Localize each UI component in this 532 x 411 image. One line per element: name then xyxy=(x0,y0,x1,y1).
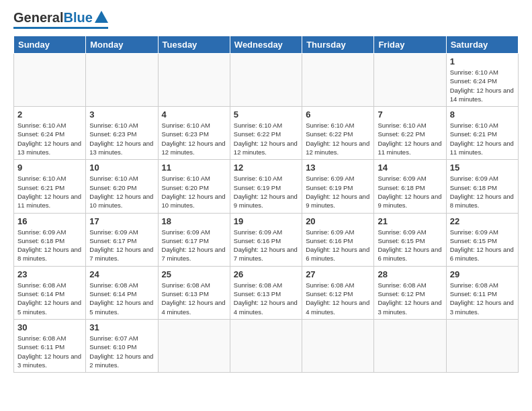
day-number: 7 xyxy=(378,109,442,120)
day-info: Sunrise: 6:07 AM Sunset: 6:10 PM Dayligh… xyxy=(89,334,154,369)
calendar-cell: 2Sunrise: 6:10 AM Sunset: 6:24 PM Daylig… xyxy=(14,107,86,160)
calendar-cell: 29Sunrise: 6:08 AM Sunset: 6:11 PM Dayli… xyxy=(446,266,518,319)
day-info: Sunrise: 6:08 AM Sunset: 6:14 PM Dayligh… xyxy=(17,281,82,316)
week-row-2: 9Sunrise: 6:10 AM Sunset: 6:21 PM Daylig… xyxy=(14,160,519,213)
day-number: 14 xyxy=(378,163,442,173)
calendar-cell: 17Sunrise: 6:09 AM Sunset: 6:17 PM Dayli… xyxy=(86,213,158,266)
day-number: 25 xyxy=(162,269,226,279)
weekday-header-thursday: Thursday xyxy=(302,36,374,54)
day-info: Sunrise: 6:08 AM Sunset: 6:12 PM Dayligh… xyxy=(306,281,370,316)
calendar-cell: 5Sunrise: 6:10 AM Sunset: 6:22 PM Daylig… xyxy=(230,107,302,160)
header: General Blue xyxy=(13,10,519,29)
calendar-cell: 30Sunrise: 6:08 AM Sunset: 6:11 PM Dayli… xyxy=(14,319,86,372)
day-info: Sunrise: 6:08 AM Sunset: 6:13 PM Dayligh… xyxy=(234,281,298,316)
week-row-3: 16Sunrise: 6:09 AM Sunset: 6:18 PM Dayli… xyxy=(14,213,519,266)
calendar-cell: 3Sunrise: 6:10 AM Sunset: 6:23 PM Daylig… xyxy=(86,107,158,160)
calendar-cell: 1Sunrise: 6:10 AM Sunset: 6:24 PM Daylig… xyxy=(446,54,518,107)
weekday-header-saturday: Saturday xyxy=(446,36,518,54)
day-number: 19 xyxy=(234,216,298,226)
day-number: 3 xyxy=(89,109,154,120)
calendar-cell: 28Sunrise: 6:08 AM Sunset: 6:12 PM Dayli… xyxy=(374,266,446,319)
calendar-page: General Blue SundayMondayTuesdayWednesda… xyxy=(0,0,532,411)
calendar-cell xyxy=(158,54,230,107)
calendar-cell xyxy=(374,319,446,372)
day-number: 12 xyxy=(234,163,298,173)
day-number: 1 xyxy=(450,56,515,66)
day-info: Sunrise: 6:10 AM Sunset: 6:19 PM Dayligh… xyxy=(234,174,298,210)
weekday-header-wednesday: Wednesday xyxy=(230,36,302,54)
week-row-4: 23Sunrise: 6:08 AM Sunset: 6:14 PM Dayli… xyxy=(14,266,519,319)
calendar-cell xyxy=(230,54,302,107)
calendar-cell: 11Sunrise: 6:10 AM Sunset: 6:20 PM Dayli… xyxy=(158,160,230,213)
day-info: Sunrise: 6:10 AM Sunset: 6:21 PM Dayligh… xyxy=(450,121,515,156)
calendar-cell xyxy=(158,319,230,372)
weekday-header-tuesday: Tuesday xyxy=(158,36,230,54)
calendar-cell: 26Sunrise: 6:08 AM Sunset: 6:13 PM Dayli… xyxy=(230,266,302,319)
calendar-cell xyxy=(302,319,374,372)
day-number: 24 xyxy=(89,269,154,279)
day-info: Sunrise: 6:08 AM Sunset: 6:11 PM Dayligh… xyxy=(17,334,82,369)
day-info: Sunrise: 6:10 AM Sunset: 6:24 PM Dayligh… xyxy=(17,121,82,156)
day-number: 27 xyxy=(306,269,370,279)
day-number: 16 xyxy=(17,216,82,226)
day-info: Sunrise: 6:09 AM Sunset: 6:16 PM Dayligh… xyxy=(234,228,298,263)
day-number: 2 xyxy=(17,109,82,120)
day-number: 8 xyxy=(450,109,515,120)
logo-triangle-icon xyxy=(95,11,108,23)
day-number: 28 xyxy=(378,269,442,279)
calendar-cell: 16Sunrise: 6:09 AM Sunset: 6:18 PM Dayli… xyxy=(14,213,86,266)
day-info: Sunrise: 6:09 AM Sunset: 6:16 PM Dayligh… xyxy=(306,228,370,263)
calendar-cell: 22Sunrise: 6:09 AM Sunset: 6:15 PM Dayli… xyxy=(446,213,518,266)
calendar-cell: 13Sunrise: 6:09 AM Sunset: 6:19 PM Dayli… xyxy=(302,160,374,213)
day-info: Sunrise: 6:10 AM Sunset: 6:24 PM Dayligh… xyxy=(450,68,515,103)
weekday-header-friday: Friday xyxy=(374,36,446,54)
day-info: Sunrise: 6:10 AM Sunset: 6:22 PM Dayligh… xyxy=(234,121,298,156)
calendar-cell: 12Sunrise: 6:10 AM Sunset: 6:19 PM Dayli… xyxy=(230,160,302,213)
logo: General Blue xyxy=(13,10,108,29)
day-number: 13 xyxy=(306,163,370,173)
calendar-cell: 8Sunrise: 6:10 AM Sunset: 6:21 PM Daylig… xyxy=(446,107,518,160)
calendar-cell xyxy=(86,54,158,107)
logo-blue-text: Blue xyxy=(63,10,92,26)
day-info: Sunrise: 6:08 AM Sunset: 6:14 PM Dayligh… xyxy=(89,281,154,316)
day-number: 6 xyxy=(306,109,370,120)
day-number: 15 xyxy=(450,163,515,173)
week-row-0: 1Sunrise: 6:10 AM Sunset: 6:24 PM Daylig… xyxy=(14,54,519,107)
weekday-header-sunday: Sunday xyxy=(14,36,86,54)
calendar-cell: 19Sunrise: 6:09 AM Sunset: 6:16 PM Dayli… xyxy=(230,213,302,266)
day-info: Sunrise: 6:10 AM Sunset: 6:22 PM Dayligh… xyxy=(306,121,370,156)
day-number: 29 xyxy=(450,269,515,279)
calendar-cell: 31Sunrise: 6:07 AM Sunset: 6:10 PM Dayli… xyxy=(86,319,158,372)
day-info: Sunrise: 6:10 AM Sunset: 6:23 PM Dayligh… xyxy=(162,121,226,156)
calendar-cell: 7Sunrise: 6:10 AM Sunset: 6:22 PM Daylig… xyxy=(374,107,446,160)
calendar-cell: 15Sunrise: 6:09 AM Sunset: 6:18 PM Dayli… xyxy=(446,160,518,213)
calendar-table: SundayMondayTuesdayWednesdayThursdayFrid… xyxy=(13,36,519,373)
day-info: Sunrise: 6:09 AM Sunset: 6:15 PM Dayligh… xyxy=(450,228,515,263)
weekday-header-monday: Monday xyxy=(86,36,158,54)
calendar-cell: 23Sunrise: 6:08 AM Sunset: 6:14 PM Dayli… xyxy=(14,266,86,319)
calendar-cell: 6Sunrise: 6:10 AM Sunset: 6:22 PM Daylig… xyxy=(302,107,374,160)
day-info: Sunrise: 6:10 AM Sunset: 6:20 PM Dayligh… xyxy=(162,174,226,210)
logo-general-text: General xyxy=(13,10,63,26)
calendar-cell xyxy=(230,319,302,372)
day-number: 9 xyxy=(17,163,82,173)
calendar-cell xyxy=(374,54,446,107)
day-info: Sunrise: 6:09 AM Sunset: 6:15 PM Dayligh… xyxy=(378,228,442,263)
calendar-cell: 20Sunrise: 6:09 AM Sunset: 6:16 PM Dayli… xyxy=(302,213,374,266)
calendar-cell: 27Sunrise: 6:08 AM Sunset: 6:12 PM Dayli… xyxy=(302,266,374,319)
calendar-cell: 21Sunrise: 6:09 AM Sunset: 6:15 PM Dayli… xyxy=(374,213,446,266)
day-info: Sunrise: 6:09 AM Sunset: 6:17 PM Dayligh… xyxy=(162,228,226,263)
day-info: Sunrise: 6:09 AM Sunset: 6:18 PM Dayligh… xyxy=(17,228,82,263)
calendar-cell: 25Sunrise: 6:08 AM Sunset: 6:13 PM Dayli… xyxy=(158,266,230,319)
day-info: Sunrise: 6:10 AM Sunset: 6:22 PM Dayligh… xyxy=(378,121,442,156)
day-number: 31 xyxy=(89,322,154,332)
day-info: Sunrise: 6:09 AM Sunset: 6:17 PM Dayligh… xyxy=(89,228,154,263)
logo-underline xyxy=(13,27,108,29)
day-info: Sunrise: 6:08 AM Sunset: 6:11 PM Dayligh… xyxy=(450,281,515,316)
day-info: Sunrise: 6:08 AM Sunset: 6:13 PM Dayligh… xyxy=(162,281,226,316)
day-info: Sunrise: 6:10 AM Sunset: 6:21 PM Dayligh… xyxy=(17,174,82,210)
day-info: Sunrise: 6:10 AM Sunset: 6:20 PM Dayligh… xyxy=(89,174,154,210)
day-number: 4 xyxy=(162,109,226,120)
week-row-5: 30Sunrise: 6:08 AM Sunset: 6:11 PM Dayli… xyxy=(14,319,519,372)
weekday-header-row: SundayMondayTuesdayWednesdayThursdayFrid… xyxy=(14,36,519,54)
